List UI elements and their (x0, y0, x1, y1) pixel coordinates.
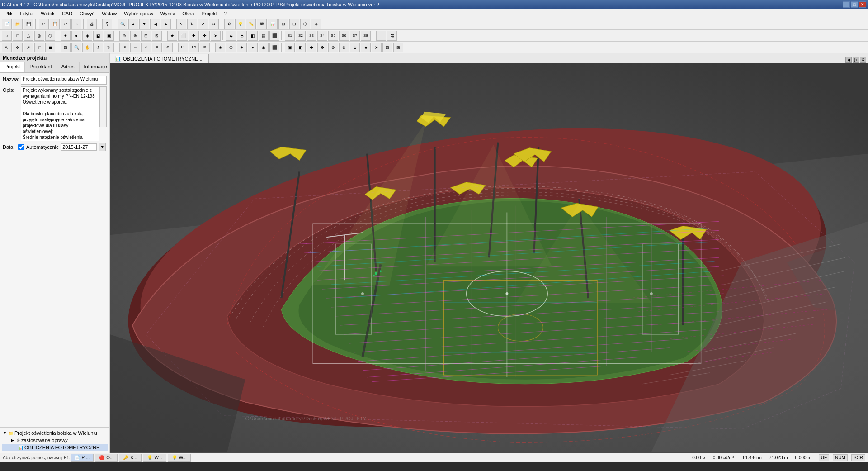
maximize-button[interactable]: □ (851, 1, 858, 8)
tb-select[interactable]: ↖ (176, 19, 186, 29)
tb3-extra14[interactable]: ⬘ (361, 43, 371, 52)
tb-copy[interactable]: 📋 (50, 19, 60, 29)
tb3-rotate-r[interactable]: ↻ (104, 43, 114, 52)
tb-save[interactable]: 💾 (24, 19, 33, 29)
tb3-extra8[interactable]: ◧ (296, 43, 306, 52)
close-button[interactable]: ✕ (859, 1, 866, 8)
tb3-pan[interactable]: ✋ (82, 43, 92, 52)
task-btn-w2[interactable]: 💡 W... (168, 454, 191, 462)
tb2-10[interactable]: ▣ (104, 31, 114, 41)
tb3-view1[interactable]: ↗ (119, 43, 129, 52)
tb2-5[interactable]: ⬡ (45, 31, 55, 41)
tb-3d[interactable]: 🏛 (257, 19, 267, 29)
viewport[interactable]: C:\Users\michal.adamczyk\Desktop\MOJE PR… (110, 63, 868, 453)
tb-right[interactable]: ▶ (161, 19, 171, 29)
tb2-9[interactable]: ⬕ (93, 31, 103, 41)
tb3-extra4[interactable]: ● (248, 43, 258, 52)
task-btn-o[interactable]: 🔴 O... (95, 454, 118, 462)
tb2-20[interactable]: ⬙ (226, 31, 236, 41)
tab-informacje[interactable]: Informacje (80, 62, 110, 72)
tb2-snap5[interactable]: S5 (328, 31, 338, 41)
tb3-box[interactable]: ◻ (34, 43, 44, 52)
tb2-3[interactable]: △ (24, 31, 33, 41)
tb2-24[interactable]: ⬛ (269, 31, 279, 41)
tb2-18[interactable]: ✤ (200, 31, 210, 41)
menu-wstaw[interactable]: Wstaw (98, 10, 120, 17)
tree-item-oprawy[interactable]: ▶ ⚙ zastosowane oprawy (2, 437, 108, 444)
tb3-extra17[interactable]: ⊠ (393, 43, 403, 52)
tab-projekt[interactable]: Projekt (0, 62, 25, 72)
tb3-view2[interactable]: → (130, 43, 140, 52)
menu-wybor-opraw[interactable]: Wybór opraw (120, 10, 157, 17)
tb-zoom-in[interactable]: 🔍 (118, 19, 127, 29)
task-btn-w1[interactable]: 💡 W... (143, 454, 166, 462)
task-btn-projekt[interactable]: 📄 Pr... (71, 454, 94, 462)
tb3-rotate-l[interactable]: ↺ (93, 43, 103, 52)
tb2-arrow[interactable]: → (376, 31, 386, 41)
tb-redo[interactable]: ↪ (71, 19, 81, 29)
flag-scr[interactable]: SCR (851, 454, 865, 461)
tb3-extra5[interactable]: ◉ (259, 43, 269, 52)
menu-okna[interactable]: Okna (179, 10, 198, 17)
tb3-extra11[interactable]: ⊕ (328, 43, 338, 52)
tb2-16[interactable]: ⬜ (178, 31, 188, 41)
tb-left[interactable]: ◀ (150, 19, 160, 29)
tb2-17[interactable]: ✚ (189, 31, 199, 41)
tb-measure[interactable]: 📏 (246, 19, 256, 29)
tb-help[interactable]: ? (102, 19, 112, 29)
tb2-15[interactable]: ★ (167, 31, 177, 41)
tb3-extra10[interactable]: ✤ (317, 43, 327, 52)
tb3-extra1[interactable]: ◈ (215, 43, 225, 52)
tb2-snap8[interactable]: S8 (361, 31, 371, 41)
tb2-12[interactable]: ⊗ (130, 31, 140, 41)
menu-edytuj[interactable]: Edytuj (16, 10, 38, 17)
opis-value[interactable]: Projekt wykonany został zgodnie z wymaga… (21, 86, 99, 141)
tab-adres[interactable]: Adres (57, 62, 80, 72)
tb2-14[interactable]: ⊠ (152, 31, 162, 41)
tb3-view5[interactable]: ⊗ (163, 43, 173, 52)
tb-rotate[interactable]: ↻ (187, 19, 197, 29)
tb2-snap2[interactable]: S2 (296, 31, 306, 41)
tb-open[interactable]: 📂 (13, 19, 23, 29)
tb2-23[interactable]: ▤ (259, 31, 269, 41)
flag-uf[interactable]: UF (819, 454, 829, 461)
tb3-box2[interactable]: ◼ (45, 43, 55, 52)
tb3-cross[interactable]: ✛ (13, 43, 23, 52)
tb-cut[interactable]: ✂ (39, 19, 49, 29)
minimize-button[interactable]: – (843, 1, 850, 8)
tree-root-item[interactable]: ▼ 📁 Projekt oświetlenia boiska w Wieluni… (2, 429, 108, 437)
tb2-8[interactable]: ◈ (82, 31, 92, 41)
flag-num[interactable]: NUM (833, 454, 848, 461)
tb2-19[interactable]: ➤ (211, 31, 221, 41)
date-dropdown[interactable]: ▼ (99, 143, 106, 151)
tb3-render[interactable]: R (200, 43, 210, 52)
tb-extra3[interactable]: ⬡ (300, 19, 310, 29)
tb3-extra16[interactable]: ⊞ (382, 43, 392, 52)
tb-extra1[interactable]: ⊞ (278, 19, 288, 29)
menu-projekt[interactable]: Projekt (198, 10, 220, 17)
tb-down[interactable]: ▼ (139, 19, 149, 29)
menu-chwyt[interactable]: Chwyć (76, 10, 98, 17)
menu-plik[interactable]: Plik (1, 10, 16, 17)
tb2-22[interactable]: ◧ (248, 31, 258, 41)
tb3-extra2[interactable]: ⬡ (226, 43, 236, 52)
tb-lamp[interactable]: 💡 (235, 19, 245, 29)
tree-item-obliczenia[interactable]: 📊 OBLICZENIA FOTOMETRYCZNE (2, 444, 108, 451)
auto-checkbox[interactable] (18, 144, 24, 150)
tb3-extra9[interactable]: ✚ (307, 43, 316, 52)
menu-widok[interactable]: Widok (37, 10, 58, 17)
view-close-btn[interactable]: ✕ (860, 57, 866, 63)
tb-new[interactable]: 📄 (2, 19, 12, 29)
tb2-6[interactable]: ✦ (61, 31, 71, 41)
task-btn-k[interactable]: 🔑 K... (119, 454, 142, 462)
tb3-extra15[interactable]: ➤ (372, 43, 382, 52)
tb-print[interactable]: 🖨 (87, 19, 97, 29)
tb3-light2[interactable]: L2 (189, 43, 199, 52)
tb3-zoom-in[interactable]: 🔍 (71, 43, 81, 52)
tb3-extra13[interactable]: ⬙ (350, 43, 360, 52)
tb-scale[interactable]: ⤢ (198, 19, 208, 29)
tb3-zoom-fit[interactable]: ⊡ (61, 43, 71, 52)
opis-scrollbar[interactable] (99, 86, 107, 127)
tb2-snap3[interactable]: S3 (307, 31, 316, 41)
tb2-13[interactable]: ⊞ (141, 31, 151, 41)
